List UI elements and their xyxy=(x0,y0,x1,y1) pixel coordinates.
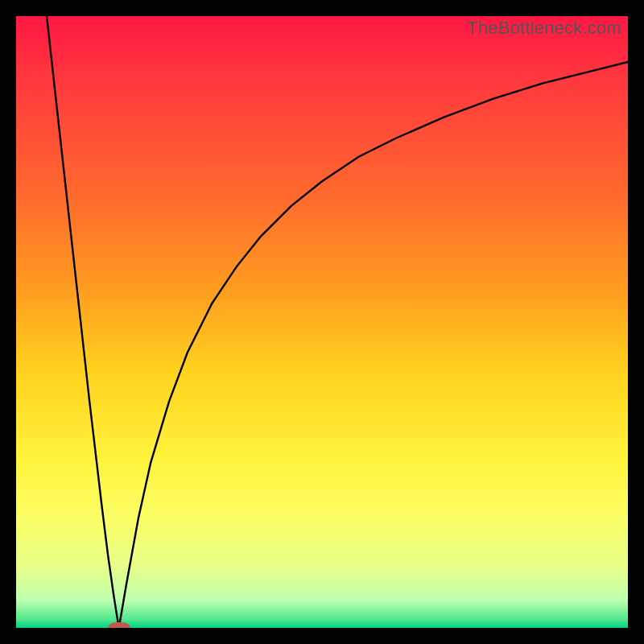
curve-left-branch xyxy=(47,16,119,628)
watermark-text: TheBottleneck.com xyxy=(467,18,621,39)
plot-area xyxy=(16,16,628,628)
chart-frame: TheBottleneck.com xyxy=(0,0,644,644)
curve-right-branch xyxy=(119,62,628,628)
min-marker xyxy=(108,622,130,628)
curves-layer xyxy=(16,16,628,628)
